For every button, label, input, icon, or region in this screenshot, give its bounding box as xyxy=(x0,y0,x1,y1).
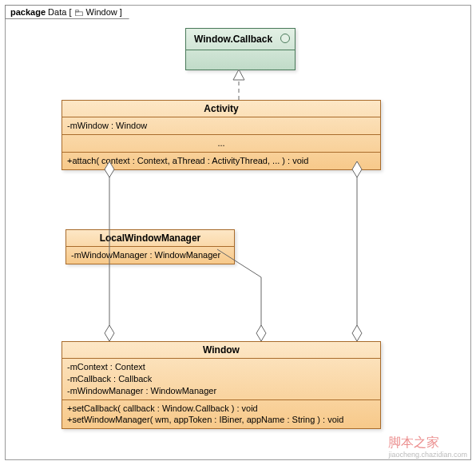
svg-marker-6 xyxy=(105,325,114,341)
attribute: -mCallback : Callback xyxy=(67,373,375,385)
class-localwindowmanager: LocalWindowManager -mWindowManager : Win… xyxy=(65,229,235,264)
package-frame: package Data [ Window ] Window.Callback … xyxy=(5,5,471,460)
operation: +setWindowManager( wm, appToken : IBiner… xyxy=(67,414,375,426)
watermark-sub: jiaocheng.chazidian.com xyxy=(388,451,467,458)
package-tab: package Data [ Window ] xyxy=(5,5,129,19)
interface-window-callback: Window.Callback xyxy=(185,28,296,70)
svg-rect-1 xyxy=(75,10,78,12)
interface-name: Window.Callback xyxy=(194,34,272,45)
ellipsis: ... xyxy=(62,135,380,153)
attribute: -mWindow : Window xyxy=(67,120,375,132)
class-window: Window -mContext : Context -mCallback : … xyxy=(61,341,381,429)
class-title: Activity xyxy=(62,101,380,117)
svg-marker-12 xyxy=(256,325,266,341)
attribute: -mWindowManager : WindowManager xyxy=(71,249,229,261)
watermark: 脚本之家 jiaocheng.chazidian.com xyxy=(388,435,467,458)
svg-rect-0 xyxy=(75,12,82,16)
operation: +attach( context : Context, aThread : Ac… xyxy=(67,155,375,167)
attribute: -mContext : Context xyxy=(67,361,375,373)
watermark-main: 脚本之家 xyxy=(388,435,439,449)
operation: +setCallback( callback : Window.Callback… xyxy=(67,403,375,415)
package-icon xyxy=(75,10,83,17)
package-keyword: package xyxy=(10,7,46,17)
bracket-open: [ xyxy=(69,7,71,17)
svg-marker-3 xyxy=(233,70,244,80)
bracket-close: ] xyxy=(120,7,122,17)
attribute: -mWindowManager : WindowManager xyxy=(67,385,375,397)
package-name: Data xyxy=(48,7,66,17)
class-activity: Activity -mWindow : Window ... +attach( … xyxy=(61,100,381,170)
class-title: LocalWindowManager xyxy=(66,230,234,247)
svg-marker-9 xyxy=(352,325,362,341)
package-inner: Window xyxy=(86,7,117,17)
interface-lollipop-icon xyxy=(280,34,290,43)
class-title: Window xyxy=(62,342,380,359)
